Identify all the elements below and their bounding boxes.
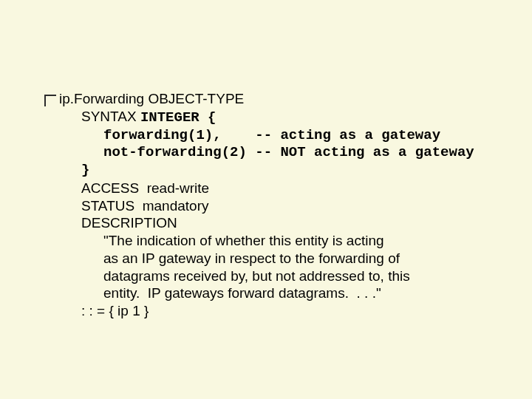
object-type-keyword: OBJECT-TYPE [148, 91, 244, 106]
object-name: ip.Forwarding [59, 91, 144, 106]
oid-assignment: : : = { ip 1 } [81, 302, 474, 320]
syntax-keyword: SYNTAX [81, 109, 137, 124]
enum-not-forwarding: not-forwarding(2) -- NOT acting as a gat… [103, 144, 474, 162]
close-brace: } [81, 162, 474, 180]
description-line-4: entity. IP gateways forward datagrams. .… [103, 284, 474, 302]
enum-forwarding: forwarding(1), -- acting as a gateway [103, 127, 474, 145]
object-header: ip.Forwarding OBJECT-TYPE [59, 90, 474, 108]
syntax-type: INTEGER { [140, 109, 216, 126]
status-keyword: STATUS [81, 198, 134, 214]
status-value: mandatory [143, 198, 209, 214]
description-line-2: as an IP gateway in respect to the forwa… [103, 250, 474, 267]
corner-accent-icon [44, 95, 56, 106]
access-keyword: ACCESS [81, 180, 139, 196]
description-line-3: datagrams received by, but not addressed… [103, 267, 474, 285]
description-line-1: "The indication of whether this entity i… [103, 232, 474, 250]
mib-definition-block: ip.Forwarding OBJECT-TYPE SYNTAX INTEGER… [59, 90, 474, 320]
access-line: ACCESS read-write [81, 180, 474, 197]
slide: ip.Forwarding OBJECT-TYPE SYNTAX INTEGER… [0, 0, 532, 399]
syntax-line: SYNTAX INTEGER { [81, 108, 474, 127]
status-line: STATUS mandatory [81, 197, 474, 215]
access-value: read-write [147, 180, 209, 196]
description-keyword: DESCRIPTION [81, 214, 474, 232]
